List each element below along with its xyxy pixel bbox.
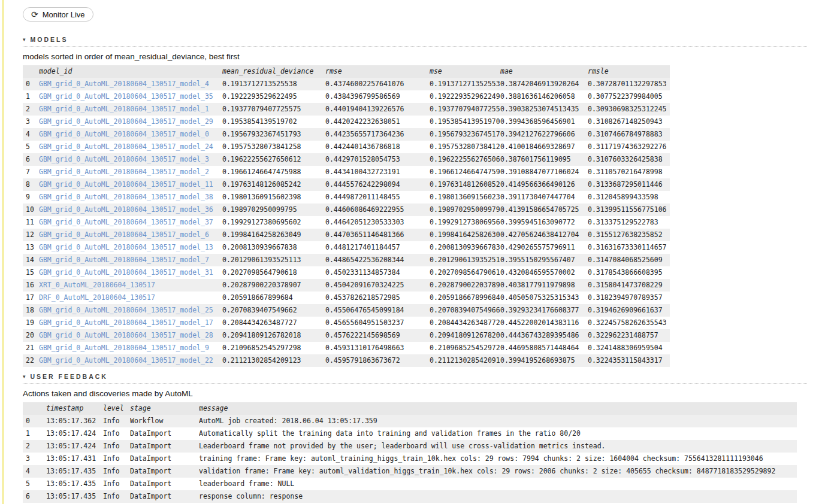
cell-rmsle: 0.3182394970789357 (588, 292, 670, 304)
column-header-mae: mae (500, 65, 588, 78)
cell-model_id[interactable]: GBM_grid_0_AutoML_20180604_130517_model_… (39, 141, 222, 153)
cell-mean_residual_deviance: 0.19622255627650612 (222, 153, 325, 166)
cell-mean_residual_deviance: 0.2084434263487727 (222, 317, 325, 329)
cell-mean_residual_deviance: 0.1922293529622495 (222, 90, 325, 103)
cell-rmse: 0.45931310176498663 (325, 342, 430, 354)
cell-model_id[interactable]: GBM_grid_0_AutoML_20180604_130517_model_… (39, 304, 222, 317)
cell-stage: DataImport (130, 465, 199, 478)
cell-index: 3 (23, 453, 46, 465)
cell-rmsle: 0.3194626909661637 (588, 304, 670, 317)
cell-rmsle: 0.30930698325312245 (588, 103, 670, 116)
cell-rmsle: 0.3147084068525609 (588, 254, 670, 266)
cell-model_id[interactable]: GBM_grid_0_AutoML_20180604_130517_model_… (39, 229, 222, 241)
column-header-rmsle: rmsle (588, 65, 670, 78)
monitor-live-button[interactable]: ⟳ Monitor Live (23, 7, 93, 22)
cell-model_id[interactable]: GBM_grid_0_AutoML_20180604_130517_model_… (39, 329, 222, 342)
cell-model_id[interactable]: GBM_grid_0_AutoML_20180604_130517_model_… (39, 241, 222, 254)
models-section-title: MODELS (31, 36, 68, 43)
cell-mean_residual_deviance: 0.19661246647475988 (222, 166, 325, 178)
cell-index: 7 (23, 166, 39, 178)
cell-rmse: 0.44703651146481366 (325, 229, 430, 241)
table-row: 8GBM_grid_0_AutoML_20180604_130517_model… (23, 178, 670, 191)
cell-rmsle: 0.3107466784978883 (588, 128, 670, 141)
cell-index: 14 (23, 254, 39, 266)
cell-model_id[interactable]: GBM_grid_0_AutoML_20180604_130517_model_… (39, 204, 222, 216)
cell-model_id[interactable]: GBM_grid_0_AutoML_20180604_130517_model_… (39, 166, 222, 178)
models-section-header[interactable]: ▾ MODELS (23, 36, 807, 47)
cell-mae: 0.3911730407447704 (500, 191, 588, 204)
cell-message: Automatically split the training data in… (199, 427, 797, 440)
cell-model_id[interactable]: GBM_grid_0_AutoML_20180604_130517_model_… (39, 128, 222, 141)
cell-level: Info (103, 490, 130, 503)
cell-model_id[interactable]: GBM_grid_0_AutoML_20180604_130517_model_… (39, 153, 222, 166)
cell-stage: DataImport (130, 427, 199, 440)
cell-mae: 0.3942127622796606 (500, 128, 588, 141)
user-feedback-section: ▾ USER FEEDBACK Actions taken and discov… (23, 373, 807, 503)
cell-rmse: 0.44642051230533303 (325, 216, 430, 229)
cell-mean_residual_deviance: 0.19801360915602398 (222, 191, 325, 204)
cell-level: Info (103, 440, 130, 453)
table-row: 013:05:17.362InfoWorkflowAutoML job crea… (23, 415, 797, 427)
cell-mae: 0.39038253074513435 (500, 103, 588, 116)
cell-index: 4 (23, 128, 39, 141)
cell-rmse: 0.4434100432723191 (325, 166, 430, 178)
cell-index: 12 (23, 229, 39, 241)
table-row: 16XRT_0_AutoML_20180604_1305170.20287900… (23, 279, 670, 292)
models-table: model_idmean_residual_deviancermsemsemae… (23, 65, 670, 367)
cell-index: 19 (23, 317, 39, 329)
cell-model_id[interactable]: GBM_grid_0_AutoML_20180604_130517_model_… (39, 254, 222, 266)
cell-model_id[interactable]: GBM_grid_0_AutoML_20180604_130517_model_… (39, 342, 222, 354)
cell-model_id[interactable]: GBM_grid_0_AutoML_20180604_130517_model_… (39, 90, 222, 103)
user-feedback-section-header[interactable]: ▾ USER FEEDBACK (23, 373, 807, 384)
cell-rmsle: 0.3224353115843317 (588, 354, 670, 367)
cell-mse: 0.19984164258263049 (430, 229, 500, 241)
cell-rmsle: 0.3107603326425838 (588, 153, 670, 166)
cell-model_id[interactable]: DRF_0_AutoML_20180604_130517 (39, 292, 222, 304)
column-header-mse: mse (430, 65, 500, 78)
cell-mse: 0.20287900220378907 (430, 279, 500, 292)
cell-model_id[interactable]: XRT_0_AutoML_20180604_130517 (39, 279, 222, 292)
cell-model_id[interactable]: GBM_grid_0_AutoML_20180604_130517_model_… (39, 178, 222, 191)
cell-model_id[interactable]: GBM_grid_0_AutoML_20180604_130517_model_… (39, 78, 222, 90)
cell-mean_residual_deviance: 0.19763148126085242 (222, 178, 325, 191)
table-row: 5GBM_grid_0_AutoML_20180604_130517_model… (23, 141, 670, 153)
cell-model_id[interactable]: GBM_grid_0_AutoML_20180604_130517_model_… (39, 317, 222, 329)
cell-mean_residual_deviance: 0.20941809126782018 (222, 329, 325, 342)
column-header-model_id: model_id (39, 65, 222, 78)
cell-model_id[interactable]: GBM_grid_0_AutoML_20180604_130517_model_… (39, 103, 222, 116)
cell-mse: 0.19575328073841258 (430, 141, 500, 153)
cell-rmse: 0.4502331134857384 (325, 266, 430, 279)
cell-model_id[interactable]: GBM_grid_0_AutoML_20180604_130517_model_… (39, 266, 222, 279)
table-header-row: timestamplevelstagemessage (23, 402, 797, 415)
table-row: 7GBM_grid_0_AutoML_20180604_130517_model… (23, 166, 670, 178)
cell-index: 4 (23, 465, 46, 478)
cell-mse: 0.21096852545297298 (430, 342, 500, 354)
cell-index: 22 (23, 354, 39, 367)
cell-model_id[interactable]: GBM_grid_0_AutoML_20180604_130517_model_… (39, 116, 222, 128)
table-row: 413:05:17.435InfoDataImportvalidation fr… (23, 465, 797, 478)
user-feedback-section-title: USER FEEDBACK (31, 373, 108, 380)
cell-mae: 0.387601756119095 (500, 153, 588, 166)
cell-message: validation frame: Frame key: automl_vali… (199, 465, 797, 478)
cell-timestamp: 13:05:17.431 (46, 453, 103, 465)
cell-mean_residual_deviance: 0.19984164258263049 (222, 229, 325, 241)
table-row: 6GBM_grid_0_AutoML_20180604_130517_model… (23, 153, 670, 166)
cell-index: 20 (23, 329, 39, 342)
cell-model_id[interactable]: GBM_grid_0_AutoML_20180604_130517_model_… (39, 354, 222, 367)
column-header-message: message (199, 402, 797, 415)
cell-mse: 0.19622255627650612 (430, 153, 500, 166)
cell-rmse: 0.44606086469222955 (325, 204, 430, 216)
cell-model_id[interactable]: GBM_grid_0_AutoML_20180604_130517_model_… (39, 216, 222, 229)
column-header-stage: stage (130, 402, 199, 415)
cell-rmse: 0.44865422536208344 (325, 254, 430, 266)
cell-rmsle: 0.3077522379984005 (588, 90, 670, 103)
cell-mse: 0.2084434263487727 (430, 317, 500, 329)
table-row: 9GBM_grid_0_AutoML_20180604_130517_model… (23, 191, 670, 204)
cell-mae: 0.3955150295567407 (500, 254, 588, 266)
cell-rmsle: 0.3133687295011446 (588, 178, 670, 191)
cell-index: 17 (23, 292, 39, 304)
collapse-icon: ▾ (23, 37, 26, 42)
cell-mae: 0.39108847077106024 (500, 166, 588, 178)
cell-model_id[interactable]: GBM_grid_0_AutoML_20180604_130517_model_… (39, 191, 222, 204)
cell-rmse: 0.45655604951503237 (325, 317, 430, 329)
